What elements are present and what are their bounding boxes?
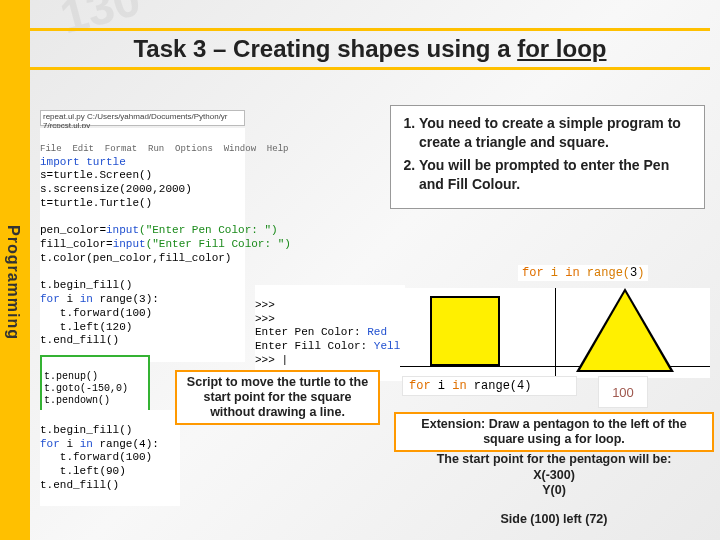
triangle-shape [580, 292, 670, 370]
code-line: t.end_fill() [40, 334, 119, 346]
code-text: i [438, 379, 452, 393]
code-str: ("Enter Pen Color: ") [139, 224, 278, 236]
title-rest: Creating shapes using a [233, 35, 517, 62]
title-prefix: Task 3 [133, 35, 206, 62]
kw-in: in [565, 266, 587, 280]
code-text: ) [524, 379, 531, 393]
code-line: i [60, 438, 80, 450]
kw-in: in [452, 379, 474, 393]
instruction-item: You will be prompted to enter the Pen an… [419, 156, 694, 194]
code-square-loop: t.begin_fill() for i in range(4): t.forw… [40, 410, 180, 506]
code-kw: input [113, 238, 146, 250]
code-line: i [60, 293, 80, 305]
ext-line: The start point for the pentagon will be… [394, 452, 714, 468]
prompt: >>> | [255, 354, 288, 366]
code-line: t=turtle.Turtle() [40, 197, 152, 209]
axis-y [555, 288, 556, 378]
code-kw: input [106, 224, 139, 236]
code-text: i [551, 266, 565, 280]
loop-snippet-4: for i in range(4) [402, 376, 577, 396]
code-line: t.left(120) [40, 321, 132, 333]
code-line: t.forward(100) [40, 451, 152, 463]
page-title: Task 3 – Creating shapes using a for loo… [30, 31, 710, 67]
title-block: Task 3 – Creating shapes using a for loo… [30, 28, 710, 70]
code-line: t.penup() [44, 371, 98, 382]
code-line: fill_color= [40, 238, 113, 250]
editor-menu: File Edit Format Run Options Window Help [40, 144, 288, 154]
code-line: s=turtle.Screen() [40, 169, 152, 181]
side-left-info: Side (100) left (72) [394, 512, 714, 526]
extension-info: The start point for the pentagon will be… [394, 452, 714, 499]
instructions-box: You need to create a simple program to c… [390, 105, 705, 209]
code-line: pen_color= [40, 224, 106, 236]
code-kw: for [40, 438, 60, 450]
code-line: t.color(pen_color,fill_color) [40, 252, 231, 264]
title-sep: – [206, 35, 233, 62]
turtle-canvas [400, 288, 710, 378]
sidebar-label: Programming [4, 225, 22, 340]
script-note-box: Script to move the turtle to the start p… [175, 370, 380, 425]
ext-line: Y(0) [394, 483, 714, 499]
code-line: range(3): [93, 293, 159, 305]
rule-bottom [30, 67, 710, 70]
loop-snippet-3: for i in range(3) [518, 265, 648, 281]
code-kw: in [80, 438, 93, 450]
code-text: range( [587, 266, 630, 280]
console-input: Red [367, 326, 387, 338]
code-text: ) [637, 266, 644, 280]
extension-box: Extension: Draw a pentagon to the left o… [394, 412, 714, 452]
prompt: >>> [255, 299, 275, 311]
square-shape [430, 296, 500, 366]
code-line: t.begin_fill() [40, 279, 132, 291]
editor-titlebar: repeat.ul.py C:/Users/yahmad/Documents/P… [40, 110, 245, 126]
prompt: >>> [255, 313, 275, 325]
code-kw: for [40, 293, 60, 305]
title-emph: for loop [517, 35, 606, 62]
instruction-item: You need to create a simple program to c… [419, 114, 694, 152]
code-line: range(4): [93, 438, 159, 450]
code-line: t.forward(100) [40, 307, 152, 319]
kw-for: for [522, 266, 551, 280]
code-line: import turtle [40, 156, 126, 168]
code-str: ("Enter Fill Color: ") [146, 238, 291, 250]
code-line: t.left(90) [40, 465, 126, 477]
console-output: >>> >>> Enter Pen Color: Red Enter Fill … [255, 285, 405, 381]
code-line: s.screensize(2000,2000) [40, 183, 192, 195]
code-line: t.pendown() [44, 395, 110, 406]
kw-for: for [409, 379, 438, 393]
console-text: Enter Pen Color: [255, 326, 367, 338]
code-text: range( [474, 379, 517, 393]
code-editor: File Edit Format Run Options Window Help… [40, 128, 245, 362]
console-text: Enter Fill Color: [255, 340, 374, 352]
side-length-label: 100 [598, 376, 648, 408]
ext-line: X(-300) [394, 468, 714, 484]
code-line: t.goto(-150,0) [44, 383, 128, 394]
code-line: t.begin_fill() [40, 424, 132, 436]
code-line: t.end_fill() [40, 479, 119, 491]
code-kw: in [80, 293, 93, 305]
